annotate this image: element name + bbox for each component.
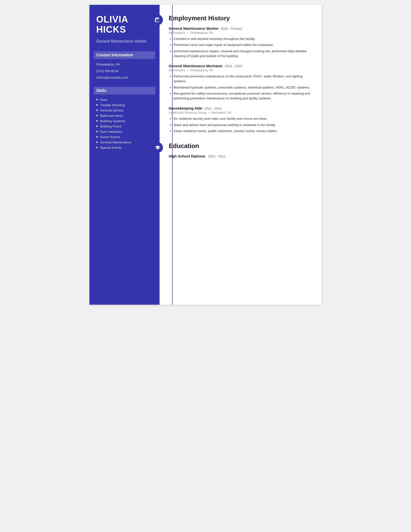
job-bullets: Performed preventive maintenance on the … bbox=[169, 74, 312, 101]
jobs-list: General Maintenance Worker 2020 - Presen… bbox=[169, 26, 312, 133]
job-block: General Maintenance Worker 2020 - Presen… bbox=[169, 26, 312, 58]
main-content: Employment History General Maintenance W… bbox=[159, 5, 322, 305]
skills-section-title: Skills bbox=[94, 87, 155, 95]
skill-bullet bbox=[96, 131, 98, 132]
skill-bullet bbox=[96, 136, 98, 138]
job-company: McDonald's bbox=[169, 31, 185, 35]
employment-icon bbox=[152, 15, 163, 25]
job-bullet: Clean reaidents rooms ,public restrooms,… bbox=[174, 129, 312, 133]
job-company: Healthcare Services Group bbox=[169, 111, 206, 114]
job-location: Philadelphia, PA bbox=[190, 68, 213, 72]
job-company: McDonald's bbox=[169, 68, 185, 72]
job-bullet: performed maintenance repairs, cleaned a… bbox=[174, 49, 312, 59]
skill-label: Building Floors bbox=[100, 124, 121, 128]
skill-bullet bbox=[96, 142, 98, 143]
education-list: High School Diploma 2012 - 2012 bbox=[169, 154, 312, 158]
job-bullet: Maintained hydraulic systems, pneumatic … bbox=[174, 85, 312, 90]
contact-city: Philadelphia, PA bbox=[96, 62, 153, 67]
skill-item: Bathroom Items bbox=[96, 114, 153, 117]
skill-label: General Service bbox=[100, 109, 123, 112]
job-bullet: Performed preventive maintenance on the … bbox=[174, 74, 312, 84]
skill-item: Building Floors bbox=[96, 124, 153, 128]
employment-content: Employment History General Maintenance W… bbox=[159, 15, 312, 133]
skill-bullet bbox=[96, 115, 98, 116]
sidebar: OLIVIAHICKS General Maintenance Worker C… bbox=[89, 5, 159, 305]
skill-bullet bbox=[96, 147, 98, 148]
skill-item: Trouble Shooting bbox=[96, 103, 153, 107]
employment-heading: Employment History bbox=[169, 15, 312, 22]
skill-bullet bbox=[96, 104, 98, 106]
job-block: Housekeeping Aide 2012 - 2014 Healthcare… bbox=[169, 106, 312, 133]
job-bullet: Recognized for safety consciousness, exc… bbox=[174, 91, 312, 101]
edu-block: High School Diploma 2012 - 2012 bbox=[169, 154, 312, 158]
skill-label: Bathroom Items bbox=[100, 114, 123, 117]
skill-label: Guest Rooms bbox=[100, 135, 120, 139]
education-heading: Education bbox=[169, 142, 312, 150]
job-dates: 2012 - 2014 bbox=[204, 107, 222, 110]
skill-label: General Maintenance bbox=[100, 141, 131, 144]
job-title-row: General Maintenance Worker 2020 - Presen… bbox=[169, 26, 312, 30]
skill-item: General Service bbox=[96, 109, 153, 112]
skill-item: Guest Rooms bbox=[96, 135, 153, 139]
skill-item: Special Events bbox=[96, 146, 153, 150]
edu-degree: High School Diploma bbox=[169, 154, 205, 158]
job-title: General Maintenance Mechanic bbox=[169, 64, 223, 68]
contact-phone: (210) 555-8234 bbox=[96, 69, 153, 74]
skill-item: Building Systems bbox=[96, 119, 153, 123]
job-dates: 2014 - 2020 bbox=[224, 64, 242, 68]
job-company-row: McDonald's • Philadelphia, PA bbox=[169, 68, 312, 72]
candidate-name: OLIVIAHICKS bbox=[96, 15, 153, 35]
job-company-row: McDonald's • Philadelphia, PA bbox=[169, 31, 312, 35]
job-company-row: Healthcare Services Group • Bensalem, PA bbox=[169, 111, 312, 114]
contact-email: ohicks@example.com bbox=[96, 76, 153, 80]
skill-bullet bbox=[96, 99, 98, 100]
contact-section-title: Contact Information bbox=[94, 51, 155, 59]
skills-list: HvacTrouble ShootingGeneral ServiceBathr… bbox=[96, 98, 153, 150]
job-dates: 2020 - Present bbox=[221, 27, 242, 30]
job-bullet: Performed minor and major repair of equi… bbox=[174, 43, 312, 48]
candidate-title: General Maintenance Worker bbox=[96, 39, 153, 44]
job-bullet: Checked in and stocked inventory through… bbox=[174, 37, 312, 41]
skill-item: Door Hardware bbox=[96, 130, 153, 133]
separator: • bbox=[209, 111, 210, 114]
skill-label: Special Events bbox=[100, 146, 121, 150]
skill-label: Building Systems bbox=[100, 119, 125, 123]
skill-label: Hvac bbox=[100, 98, 108, 102]
job-title-row: General Maintenance Mechanic 2014 - 2020 bbox=[169, 64, 312, 68]
skill-label: Door Hardware bbox=[100, 130, 122, 133]
employment-section: Employment History General Maintenance W… bbox=[159, 15, 312, 133]
skills-section: Skills HvacTrouble ShootingGeneral Servi… bbox=[96, 87, 153, 150]
job-bullet: Wash and deliver linen and personal clot… bbox=[174, 123, 312, 127]
skill-bullet bbox=[96, 125, 98, 127]
skill-item: General Maintenance bbox=[96, 141, 153, 144]
education-content: Education High School Diploma 2012 - 201… bbox=[159, 142, 312, 158]
resume-container: OLIVIAHICKS General Maintenance Worker C… bbox=[89, 5, 322, 305]
skill-bullet bbox=[96, 120, 98, 122]
education-icon bbox=[152, 142, 163, 153]
job-block: General Maintenance Mechanic 2014 - 2020… bbox=[169, 64, 312, 101]
job-bullets: Do residents laundry and make sure facil… bbox=[169, 116, 312, 133]
job-title: Housekeeping Aide bbox=[169, 106, 202, 110]
skill-bullet bbox=[96, 110, 98, 111]
job-bullets: Checked in and stocked inventory through… bbox=[169, 37, 312, 58]
edu-dates: 2012 - 2012 bbox=[208, 154, 225, 158]
job-title-row: Housekeeping Aide 2012 - 2014 bbox=[169, 106, 312, 110]
job-title: General Maintenance Worker bbox=[169, 26, 219, 30]
skill-item: Hvac bbox=[96, 98, 153, 102]
job-location: Philadelphia, PA bbox=[190, 31, 213, 35]
separator: • bbox=[187, 68, 188, 72]
job-bullet: Do residents laundry and make sure facil… bbox=[174, 116, 312, 121]
separator: • bbox=[187, 31, 188, 35]
job-location: Bensalem, PA bbox=[212, 111, 231, 114]
skill-label: Trouble Shooting bbox=[100, 103, 125, 107]
education-section: Education High School Diploma 2012 - 201… bbox=[159, 142, 312, 158]
